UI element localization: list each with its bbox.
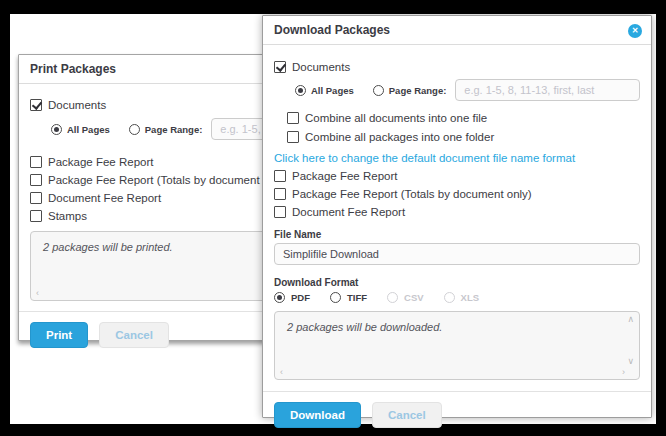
page-range-label: Page Range: bbox=[389, 85, 447, 96]
combine-documents-row[interactable]: Combine all documents into one file bbox=[287, 112, 640, 124]
page-range-radio[interactable] bbox=[129, 124, 140, 135]
package-fee-report-totals-checkbox[interactable] bbox=[30, 174, 42, 186]
format-xls-radio bbox=[444, 292, 455, 303]
download-page-range-input[interactable] bbox=[455, 79, 640, 101]
package-fee-report-totals-label: Package Fee Report (Totals by document o… bbox=[48, 174, 288, 186]
scroll-down-icon[interactable]: ∨ bbox=[627, 357, 634, 366]
documents-label: Documents bbox=[292, 61, 350, 73]
all-pages-radio[interactable] bbox=[295, 85, 306, 96]
download-dialog-title: Download Packages bbox=[274, 23, 390, 37]
documents-label: Documents bbox=[48, 99, 106, 111]
package-fee-report-checkbox[interactable] bbox=[30, 156, 42, 168]
package-fee-report-label: Package Fee Report bbox=[48, 156, 153, 168]
documents-checkbox[interactable] bbox=[274, 61, 286, 73]
download-format-label: Download Format bbox=[274, 277, 640, 288]
download-packages-dialog: Download Packages ✕ Documents All Pages … bbox=[262, 15, 652, 418]
file-name-input[interactable] bbox=[274, 243, 640, 265]
all-pages-label: All Pages bbox=[311, 85, 354, 96]
page-range-radio[interactable] bbox=[373, 85, 384, 96]
package-fee-report-totals-row[interactable]: Package Fee Report (Totals by document o… bbox=[274, 188, 640, 200]
print-cancel-button[interactable]: Cancel bbox=[99, 322, 169, 348]
download-format-options: PDF TIFF CSV XLS bbox=[274, 292, 640, 303]
close-icon[interactable]: ✕ bbox=[628, 24, 642, 38]
download-cancel-button[interactable]: Cancel bbox=[372, 402, 442, 428]
document-fee-report-label: Document Fee Report bbox=[292, 206, 405, 218]
package-fee-report-totals-checkbox[interactable] bbox=[274, 188, 286, 200]
download-documents-checkbox-row[interactable]: Documents bbox=[274, 61, 640, 73]
format-tiff-label: TIFF bbox=[347, 292, 367, 303]
page-background: Print Packages Documents All Pages Page … bbox=[10, 14, 656, 424]
change-filename-format-link[interactable]: Click here to change the default documen… bbox=[274, 152, 640, 164]
document-fee-report-row[interactable]: Document Fee Report bbox=[274, 206, 640, 218]
package-fee-report-label: Package Fee Report bbox=[292, 170, 397, 182]
download-dialog-body: Documents All Pages Page Range: Combine … bbox=[263, 61, 651, 380]
format-pdf-radio[interactable] bbox=[274, 292, 285, 303]
stamps-checkbox[interactable] bbox=[30, 210, 42, 222]
format-pdf-label: PDF bbox=[291, 292, 310, 303]
download-button[interactable]: Download bbox=[274, 402, 361, 428]
combine-packages-checkbox[interactable] bbox=[287, 131, 299, 143]
package-fee-report-row[interactable]: Package Fee Report bbox=[274, 170, 640, 182]
download-page-options-row: All Pages Page Range: bbox=[295, 79, 640, 101]
download-summary-box: 2 packages will be downloaded. ∧ ∨ ‹ › bbox=[274, 311, 640, 380]
package-fee-report-checkbox[interactable] bbox=[274, 170, 286, 182]
document-fee-report-label: Document Fee Report bbox=[48, 192, 161, 204]
all-pages-radio[interactable] bbox=[51, 124, 62, 135]
scroll-left-icon[interactable]: ‹ bbox=[36, 289, 39, 298]
all-pages-label: All Pages bbox=[67, 124, 110, 135]
documents-checkbox[interactable] bbox=[30, 99, 42, 111]
combine-packages-label: Combine all packages into one folder bbox=[305, 131, 494, 143]
page-range-label: Page Range: bbox=[145, 124, 203, 135]
combine-documents-label: Combine all documents into one file bbox=[305, 112, 487, 124]
scroll-left-icon[interactable]: ‹ bbox=[280, 368, 283, 377]
document-fee-report-checkbox[interactable] bbox=[30, 192, 42, 204]
format-csv-label: CSV bbox=[404, 292, 424, 303]
format-xls-label: XLS bbox=[461, 292, 479, 303]
stamps-label: Stamps bbox=[48, 210, 87, 222]
package-fee-report-totals-label: Package Fee Report (Totals by document o… bbox=[292, 188, 532, 200]
file-name-label: File Name bbox=[274, 229, 640, 240]
print-summary-text: 2 packages will be printed. bbox=[43, 241, 173, 253]
download-dialog-header: Download Packages ✕ bbox=[263, 16, 651, 45]
combine-packages-row[interactable]: Combine all packages into one folder bbox=[287, 131, 640, 143]
document-fee-report-checkbox[interactable] bbox=[274, 206, 286, 218]
download-summary-text: 2 packages will be downloaded. bbox=[287, 321, 442, 333]
combine-documents-checkbox[interactable] bbox=[287, 112, 299, 124]
print-button[interactable]: Print bbox=[30, 322, 88, 348]
download-dialog-footer: Download Cancel bbox=[263, 391, 651, 436]
scroll-up-icon[interactable]: ∧ bbox=[627, 315, 634, 324]
print-dialog-title: Print Packages bbox=[30, 62, 116, 76]
format-tiff-radio[interactable] bbox=[330, 292, 341, 303]
scroll-right-icon[interactable]: › bbox=[622, 368, 625, 377]
format-csv-radio bbox=[387, 292, 398, 303]
